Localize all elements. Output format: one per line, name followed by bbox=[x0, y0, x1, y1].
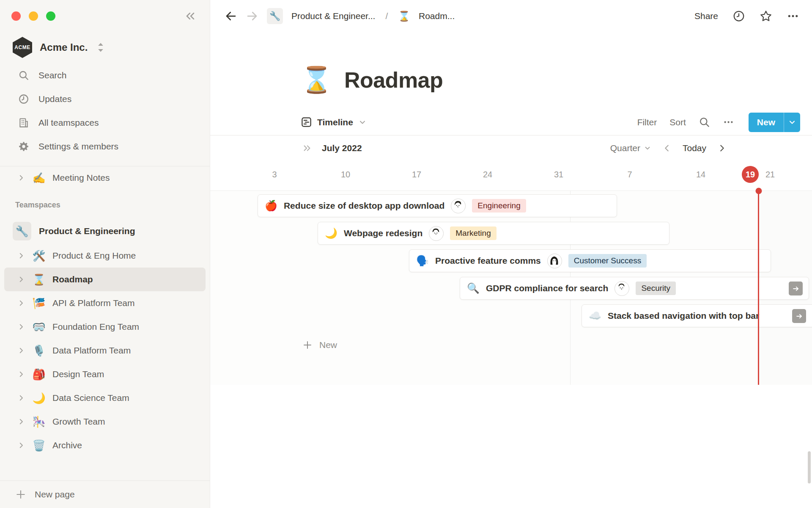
team-tag: Marketing bbox=[450, 226, 496, 240]
breadcrumb-item[interactable]: Product & Engineer... bbox=[291, 11, 375, 21]
sidebar-item-label: Roadmap bbox=[52, 274, 93, 284]
chevron-right-icon[interactable] bbox=[17, 174, 25, 182]
filter-button[interactable]: Filter bbox=[637, 117, 657, 127]
next-period-icon[interactable] bbox=[717, 144, 727, 153]
timeline-card-proactive-feature-comms[interactable]: 🗣️ Proactive feature comms Customer Succ… bbox=[409, 249, 771, 272]
today-indicator-dot bbox=[755, 188, 762, 194]
arrow-right-icon bbox=[792, 284, 800, 293]
sidebar-item-data-platform-team[interactable]: 🎙️ Data Platform Team bbox=[0, 339, 210, 362]
back-arrow-icon[interactable] bbox=[225, 10, 237, 22]
card-emoji: 🍎 bbox=[265, 200, 277, 212]
sidebar-item-foundation-eng-team[interactable]: 🥽 Foundation Eng Team bbox=[0, 315, 210, 339]
clock-history-icon[interactable] bbox=[732, 10, 745, 22]
sidebar-item-search[interactable]: Search bbox=[0, 64, 210, 87]
today-button[interactable]: Today bbox=[683, 143, 706, 153]
chevron-right-icon[interactable] bbox=[17, 442, 25, 449]
sidebar: ACME Acme Inc. Search Updates bbox=[0, 0, 210, 508]
sidebar-item-growth-team[interactable]: 🎠 Growth Team bbox=[0, 410, 210, 433]
new-button-dropdown[interactable] bbox=[784, 113, 800, 132]
tab-timeline[interactable]: Timeline bbox=[301, 116, 367, 128]
sidebar-item-meeting-notes[interactable]: ✍️ Meeting Notes bbox=[0, 166, 210, 190]
sidebar-item-product-engineering[interactable]: 🔧 Product & Engineering bbox=[0, 218, 210, 244]
teamspace-emoji: 🔧 bbox=[13, 222, 31, 240]
teamspaces-section-label: Teamspaces bbox=[15, 201, 60, 210]
sidebar-item-label: All teamspaces bbox=[38, 118, 99, 128]
sidebar-item-settings[interactable]: Settings & members bbox=[0, 135, 210, 158]
forward-arrow-icon[interactable] bbox=[246, 10, 258, 22]
timeline-new-item-button[interactable]: New bbox=[302, 334, 337, 356]
sidebar-item-all-teamspaces[interactable]: All teamspaces bbox=[0, 111, 210, 135]
open-item-arrow-button[interactable] bbox=[792, 309, 806, 323]
chevron-right-icon[interactable] bbox=[17, 347, 25, 354]
date-label: 14 bbox=[696, 170, 705, 179]
chevron-right-icon[interactable] bbox=[17, 394, 25, 402]
zoom-window-button[interactable] bbox=[46, 11, 55, 21]
sidebar-item-label: Search bbox=[38, 70, 67, 80]
timeline-card-gdpr-compliance[interactable]: 🔍 GDPR compliance for search Security bbox=[460, 277, 809, 300]
more-options-icon[interactable] bbox=[787, 10, 799, 22]
chevron-up-down-icon bbox=[96, 42, 105, 53]
breadcrumb-item[interactable]: Roadm... bbox=[419, 11, 455, 21]
search-icon[interactable] bbox=[699, 116, 710, 128]
previous-period-icon[interactable] bbox=[662, 144, 672, 153]
minimize-window-button[interactable] bbox=[29, 11, 38, 21]
card-emoji: 🔍 bbox=[467, 282, 480, 294]
sidebar-item-updates[interactable]: Updates bbox=[0, 87, 210, 111]
search-icon bbox=[18, 70, 29, 81]
assignee-avatar bbox=[451, 199, 466, 213]
chevron-right-icon[interactable] bbox=[17, 252, 25, 260]
new-page-button[interactable]: New page bbox=[0, 480, 210, 508]
traffic-lights bbox=[11, 11, 55, 21]
page-header: ⌛ Roadmap bbox=[301, 62, 812, 98]
date-label: 21 bbox=[765, 170, 775, 179]
chevron-right-icon[interactable] bbox=[17, 323, 25, 331]
date-label: 24 bbox=[483, 170, 492, 179]
page-emoji: 🎙️ bbox=[31, 345, 47, 357]
page-emoji: 🎏 bbox=[31, 297, 47, 309]
main-content: 🔧 Product & Engineer... / ⌛ Roadm... Sha… bbox=[210, 0, 812, 508]
share-button[interactable]: Share bbox=[694, 11, 718, 21]
chevron-right-icon[interactable] bbox=[17, 299, 25, 307]
timeline-month-label: July 2022 bbox=[322, 143, 362, 153]
timeline-header: July 2022 Quarter Today bbox=[210, 135, 812, 164]
gear-icon bbox=[18, 141, 29, 152]
sidebar-item-archive[interactable]: 🗑️ Archive bbox=[0, 433, 210, 457]
chevron-right-icon[interactable] bbox=[17, 418, 25, 425]
collapse-sidebar-icon[interactable] bbox=[184, 10, 197, 22]
teamspaces-list: 🔧 Product & Engineering 🛠️ Product & Eng… bbox=[0, 218, 210, 457]
timeline-card-reduce-size[interactable]: 🍎 Reduce size of desktop app download En… bbox=[258, 194, 617, 217]
expand-sidebar-panel-icon[interactable] bbox=[302, 144, 313, 153]
sidebar-item-roadmap[interactable]: ⌛ Roadmap bbox=[4, 268, 206, 291]
chevron-down-icon bbox=[644, 144, 651, 152]
card-title: GDPR compliance for search bbox=[486, 283, 608, 293]
more-options-icon[interactable] bbox=[723, 116, 734, 128]
chevron-right-icon[interactable] bbox=[17, 370, 25, 378]
chevron-right-icon[interactable] bbox=[17, 276, 25, 283]
timeline-zoom-select[interactable]: Quarter bbox=[610, 143, 651, 153]
sidebar-item-data-science-team[interactable]: 🌙 Data Science Team bbox=[0, 386, 210, 410]
team-tag: Customer Success bbox=[568, 254, 647, 268]
timeline-date-row: 3 10 17 24 31 7 14 19 21 bbox=[210, 164, 812, 190]
card-emoji: 🗣️ bbox=[416, 255, 429, 267]
timeline-card-webpage-redesign[interactable]: 🌙 Webpage redesign Marketing bbox=[318, 222, 669, 245]
page-emoji: 🎠 bbox=[31, 416, 47, 428]
sidebar-item-api-platform-team[interactable]: 🎏 API & Platform Team bbox=[0, 291, 210, 315]
sidebar-item-label: Design Team bbox=[52, 369, 104, 379]
card-emoji: ☁️ bbox=[589, 310, 601, 322]
plus-icon bbox=[302, 340, 313, 350]
new-button[interactable]: New bbox=[749, 113, 784, 132]
open-item-arrow-button[interactable] bbox=[789, 282, 803, 295]
timeline-card-stack-navigation[interactable]: ☁️ Stack based navigation with top bar bbox=[582, 304, 812, 327]
sidebar-item-design-team[interactable]: 🎒 Design Team bbox=[0, 362, 210, 386]
vertical-scrollbar[interactable] bbox=[808, 451, 811, 483]
favorite-star-icon[interactable] bbox=[760, 10, 772, 22]
close-window-button[interactable] bbox=[11, 11, 21, 21]
page-emoji: 🌙 bbox=[31, 392, 47, 404]
sidebar-item-label: Data Platform Team bbox=[52, 345, 131, 356]
breadcrumb-page-icon[interactable]: 🔧 bbox=[267, 8, 283, 24]
workspace-switcher[interactable]: ACME Acme Inc. bbox=[13, 36, 201, 58]
sidebar-item-product-eng-home[interactable]: 🛠️ Product & Eng Home bbox=[0, 244, 210, 268]
page-icon[interactable]: ⌛ bbox=[301, 67, 332, 93]
today-date-badge: 19 bbox=[742, 166, 759, 183]
sort-button[interactable]: Sort bbox=[669, 117, 686, 127]
